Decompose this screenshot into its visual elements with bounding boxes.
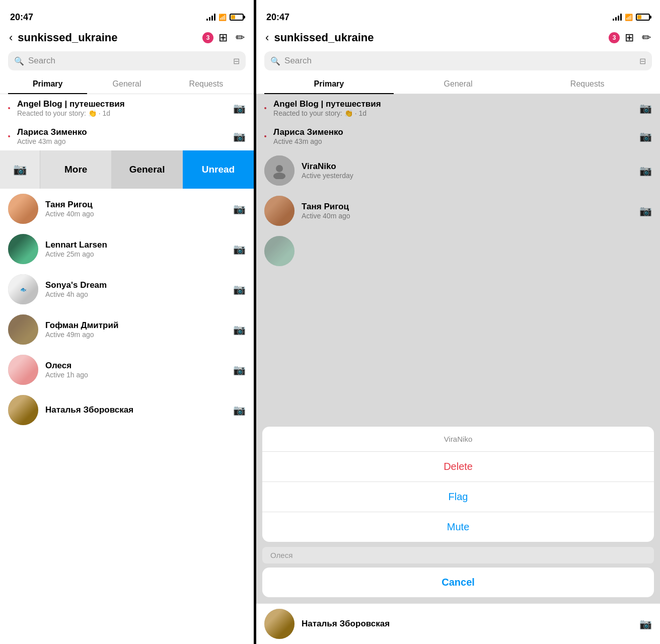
left-time: 20:47 [10, 12, 33, 23]
bottom-natalya-item[interactable]: Наталья Зборовская 📷 [256, 603, 660, 644]
right-filter-icon[interactable]: ⊟ [639, 56, 646, 66]
list-item[interactable]: Олеся Active 1h ago 📷 [0, 350, 254, 390]
action-cancel-button[interactable]: Cancel [262, 568, 654, 597]
header-icons: ⊞ ✏ [218, 31, 245, 44]
camera-icon[interactable]: 📷 [233, 130, 246, 142]
search-placeholder: Search [28, 56, 55, 66]
msg-name: Олеся [45, 361, 226, 371]
msg-preview: Active 4h ago [45, 290, 226, 298]
list-icon[interactable]: ⊞ [218, 31, 228, 44]
avatar-olesya [8, 355, 38, 385]
right-list-icon[interactable]: ⊞ [625, 31, 634, 44]
overlay-spacer [256, 94, 660, 427]
msg-content-tanya: Таня Ригоц Active 40m ago [45, 200, 226, 218]
right-search-icon: 🔍 [270, 56, 280, 66]
action-delete-button[interactable]: Delete [262, 452, 654, 482]
right-header-icons: ⊞ ✏ [625, 31, 651, 44]
right-msg-content-natalya: Наталья Зборовская [302, 619, 632, 629]
camera-icon[interactable]: 📷 [233, 283, 246, 295]
swipe-unread-button[interactable]: Unread [183, 150, 254, 189]
avatar-natalya [8, 395, 38, 425]
avatar-sonya: 🐟 [8, 274, 38, 304]
msg-name: Гофман Дмитрий [45, 320, 226, 331]
right-panel: 20:47 📶 ‹ sunkissed_ukraine 3 ⊞ ✏ 🔍 [256, 0, 660, 644]
msg-preview: Active 49m ago [45, 331, 226, 339]
right-back-button[interactable]: ‹ [265, 31, 269, 44]
msg-name: Наталья Зборовская [302, 619, 632, 629]
action-cancel-group: Cancel [262, 568, 654, 597]
right-header-title-row: sunkissed_ukraine 3 [274, 31, 620, 44]
notification-badge: 3 [202, 32, 213, 43]
action-flag-button[interactable]: Flag [262, 482, 654, 512]
camera-icon[interactable]: 📷 [233, 102, 246, 114]
left-message-list: Angel Blog | путешествия Reacted to your… [0, 94, 254, 644]
battery-icon [230, 14, 244, 21]
right-tab-requests[interactable]: Requests [523, 74, 652, 94]
wifi-icon: 📶 [218, 14, 227, 21]
tab-requests[interactable]: Requests [167, 74, 246, 94]
list-item[interactable]: Lennart Larsen Active 25m ago 📷 [0, 229, 254, 269]
left-status-icons: 📶 [206, 14, 244, 21]
list-item[interactable]: Гофман Дмитрий Active 49m ago 📷 [0, 309, 254, 350]
msg-preview: Active 43m ago [17, 137, 226, 145]
right-camera-icon-natalya[interactable]: 📷 [639, 618, 652, 630]
msg-name: Angel Blog | путешествия [17, 99, 226, 109]
back-button[interactable]: ‹ [9, 31, 13, 44]
tab-general[interactable]: General [87, 74, 166, 94]
tab-primary[interactable]: Primary [8, 74, 87, 94]
left-search-bar[interactable]: 🔍 Search ⊟ [8, 51, 246, 70]
list-item[interactable]: Angel Blog | путешествия Reacted to your… [0, 94, 254, 122]
swipe-more-button[interactable]: More [40, 150, 111, 189]
right-time: 20:47 [266, 12, 289, 23]
right-tabs: Primary General Requests [256, 74, 660, 94]
filter-icon[interactable]: ⊟ [233, 56, 240, 66]
avatar-lennart [8, 234, 38, 264]
right-wifi-icon: 📶 [625, 14, 633, 21]
msg-content-hofman: Гофман Дмитрий Active 49m ago [45, 320, 226, 339]
msg-content-angel: Angel Blog | путешествия Reacted to your… [17, 99, 226, 117]
msg-content-larisa: Лариса Зименко Active 43m ago [17, 127, 226, 145]
right-edit-icon[interactable]: ✏ [642, 31, 651, 44]
left-status-bar: 20:47 📶 [0, 0, 254, 27]
right-status-bar: 20:47 📶 [256, 0, 660, 27]
avatar-natalya-right [264, 609, 295, 639]
list-item[interactable]: Наталья Зборовская 📷 [0, 390, 254, 430]
swipe-general-button[interactable]: General [111, 150, 182, 189]
right-signal-icon [613, 14, 622, 21]
msg-name: Sonya's Dream [45, 280, 226, 290]
header-title-row: sunkissed_ukraine 3 [18, 31, 213, 44]
right-battery-icon [636, 14, 650, 21]
avatar-ring-larisa [8, 135, 10, 137]
msg-name: Таня Ригоц [45, 200, 226, 210]
avatar-hofman [8, 314, 38, 345]
olesya-label: Олеся [270, 551, 646, 559]
list-item[interactable]: 🐟 Sonya's Dream Active 4h ago 📷 [0, 269, 254, 309]
account-name: sunkissed_ukraine [18, 31, 200, 44]
signal-icon [206, 14, 215, 21]
action-sheet: ViraNiko Delete Flag Mute Олеся Cancel [256, 427, 660, 603]
swipe-camera-button[interactable]: 📷 [0, 150, 40, 189]
action-mute-button[interactable]: Mute [262, 512, 654, 542]
msg-preview: Active 40m ago [45, 210, 226, 218]
avatar-tanya [8, 194, 38, 224]
camera-icon[interactable]: 📷 [233, 364, 246, 376]
camera-icon[interactable]: 📷 [233, 404, 246, 416]
right-tab-primary[interactable]: Primary [264, 74, 394, 94]
left-tabs: Primary General Requests [0, 74, 254, 94]
right-account-name: sunkissed_ukraine [274, 31, 607, 44]
msg-preview: Reacted to your story: 👏 · 1d [17, 109, 226, 117]
list-item[interactable]: Лариса Зименко Active 43m ago 📷 [0, 122, 254, 150]
list-item[interactable]: Таня Ригоц Active 40m ago 📷 [0, 189, 254, 229]
left-header: ‹ sunkissed_ukraine 3 ⊞ ✏ [0, 27, 254, 49]
edit-icon[interactable]: ✏ [236, 31, 245, 44]
right-status-icons: 📶 [613, 14, 650, 21]
msg-preview: Active 1h ago [45, 371, 226, 379]
msg-content-natalya: Наталья Зборовская [45, 405, 226, 415]
right-search-bar[interactable]: 🔍 Search ⊟ [264, 51, 652, 70]
right-tab-general[interactable]: General [394, 74, 523, 94]
camera-icon[interactable]: 📷 [233, 324, 246, 336]
right-notification-badge: 3 [609, 32, 620, 43]
action-group-main: ViraNiko Delete Flag Mute [262, 427, 654, 542]
camera-icon[interactable]: 📷 [233, 203, 246, 215]
camera-icon[interactable]: 📷 [233, 243, 246, 255]
